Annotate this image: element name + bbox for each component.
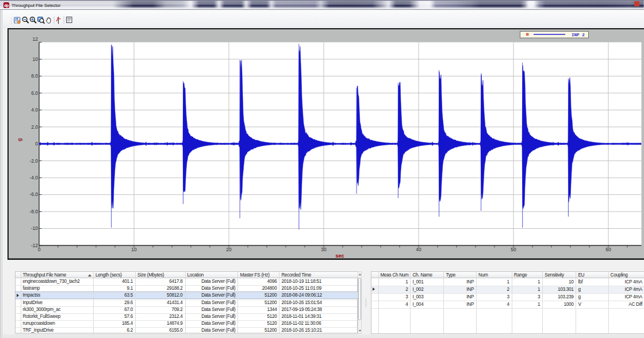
svg-text:12: 12 — [33, 36, 39, 42]
svg-text:g: g — [17, 138, 22, 141]
svg-text:-2.0: -2.0 — [29, 158, 38, 164]
svg-text:20: 20 — [226, 247, 232, 252]
svg-text:-8.0: -8.0 — [29, 209, 38, 214]
svg-text:8.0: 8.0 — [31, 73, 38, 79]
svg-text:INP 2: INP 2 — [572, 33, 585, 37]
svg-text:-12: -12 — [31, 243, 39, 248]
svg-text:4.0: 4.0 — [31, 107, 38, 113]
svg-text:10: 10 — [33, 56, 39, 62]
svg-text:0: 0 — [38, 247, 41, 252]
svg-text:30: 30 — [321, 247, 327, 252]
svg-text:sec: sec — [335, 253, 344, 259]
svg-text:2.0: 2.0 — [31, 124, 38, 130]
svg-text:10: 10 — [131, 247, 137, 252]
svg-text:50: 50 — [511, 247, 516, 252]
svg-text:-10: -10 — [31, 225, 39, 231]
svg-text:-4.0: -4.0 — [29, 175, 38, 180]
svg-text:60: 60 — [605, 247, 611, 252]
svg-text:6.0: 6.0 — [31, 90, 38, 96]
svg-text:0: 0 — [35, 141, 38, 147]
svg-text:40: 40 — [416, 247, 421, 252]
svg-text:-6.0: -6.0 — [29, 191, 38, 197]
